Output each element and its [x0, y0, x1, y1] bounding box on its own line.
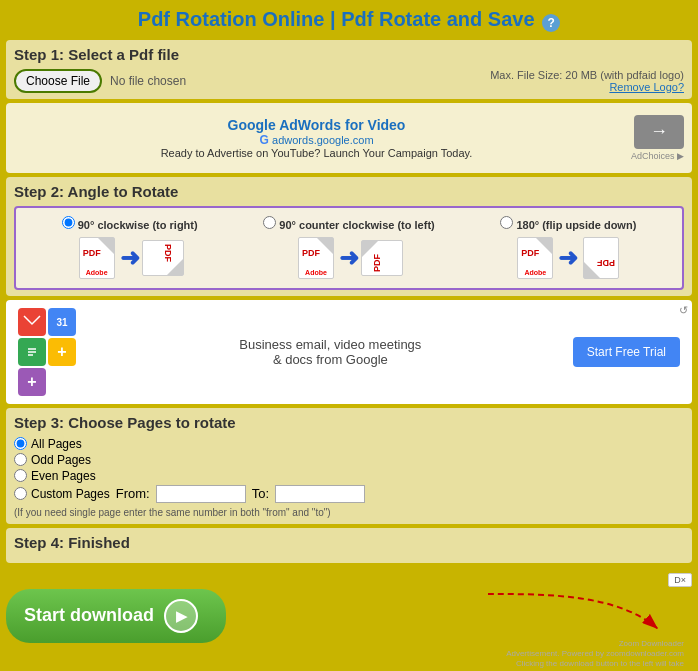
rotation-arrow-90ccw: ➜	[339, 244, 359, 272]
ad-subtitle: adwords.google.com	[272, 134, 374, 146]
step2-section: Step 2: Angle to Rotate 90° clockwise (t…	[6, 177, 692, 296]
drive-icon: +	[48, 338, 76, 366]
rotation-text-90cw: 90° clockwise (to right)	[78, 219, 198, 231]
title-bar: Pdf Rotation Online | Pdf Rotate and Sav…	[0, 0, 698, 36]
rotation-radio-90cw[interactable]	[62, 216, 75, 229]
step1-title: Step 1: Select a Pdf file	[14, 46, 684, 63]
pdf-after-90ccw: PDF	[360, 239, 404, 277]
rotation-visual-90cw: PDF Adobe ➜ PDF	[22, 236, 237, 280]
start-download-button[interactable]: Start download ▶	[6, 589, 226, 643]
ad-text: Google AdWords for Video G adwords.googl…	[14, 117, 619, 159]
ad-refresh-icon[interactable]: ↺	[679, 304, 688, 317]
play-icon: ▶	[176, 608, 187, 624]
dashed-arrow-svg	[468, 589, 688, 639]
ad-right: → AdChoices ▶	[631, 115, 684, 161]
all-pages-radio[interactable]	[14, 437, 27, 450]
meet-icon: +	[18, 368, 46, 396]
rotation-label-180[interactable]: 180° (flip upside down)	[500, 219, 636, 231]
page-title: Pdf Rotation Online | Pdf Rotate and Sav…	[138, 8, 535, 30]
pdf-after-90cw: PDF	[141, 239, 185, 277]
all-pages-label[interactable]: All Pages	[14, 437, 684, 451]
dashed-arrow-area: Zoom Downloader Advertisement. Powered b…	[226, 589, 692, 671]
ad-arrow-button[interactable]: →	[634, 115, 684, 149]
ad-choices: AdChoices ▶	[631, 151, 684, 161]
rotation-options: 90° clockwise (to right) PDF Adobe ➜ PDF	[14, 206, 684, 290]
step4-actions: D× Start download ▶ Zoom Downloader	[0, 567, 698, 671]
ad-dx-badge: D×	[668, 573, 692, 587]
pdf-before-90cw: PDF Adobe	[78, 236, 116, 280]
rotation-text-90ccw: 90° counter clockwise (to left)	[279, 219, 434, 231]
ad-arrow-icon: →	[650, 121, 668, 142]
custom-pages-text: Custom Pages	[31, 487, 110, 501]
gws-ad-text: Business email, video meetings & docs fr…	[98, 337, 563, 367]
to-label: To:	[252, 486, 269, 501]
no-file-label: No file chosen	[110, 74, 186, 88]
from-label: From:	[116, 486, 150, 501]
pages-options: All Pages Odd Pages Even Pages Custom Pa…	[14, 437, 684, 518]
file-info: Max. File Size: 20 MB (with pdfaid logo)…	[490, 69, 684, 93]
rotation-label-90ccw[interactable]: 90° counter clockwise (to left)	[263, 219, 434, 231]
pdf-before-180: PDF Adobe	[516, 236, 554, 280]
google-icon: G	[259, 133, 268, 147]
rotation-text-180: 180° (flip upside down)	[516, 219, 636, 231]
even-pages-text: Even Pages	[31, 469, 96, 483]
odd-pages-radio[interactable]	[14, 453, 27, 466]
odd-pages-label[interactable]: Odd Pages	[14, 453, 684, 467]
ad-title-link[interactable]: Google AdWords for Video	[14, 117, 619, 133]
max-file-size: Max. File Size: 20 MB (with pdfaid logo)	[490, 69, 684, 81]
even-pages-label[interactable]: Even Pages	[14, 469, 684, 483]
play-circle: ▶	[164, 599, 198, 633]
to-input[interactable]	[275, 485, 365, 503]
step1-section: Step 1: Select a Pdf file Choose File No…	[6, 40, 692, 99]
rotation-visual-180: PDF Adobe ➜ PDF	[461, 236, 676, 280]
rotation-arrow-90cw: ➜	[120, 244, 140, 272]
download-generate-row: Start download ▶ Zoom Downloader Adverti…	[6, 589, 692, 671]
zoom-downloader-text: Zoom Downloader Advertisement. Powered b…	[506, 639, 688, 671]
choose-file-button[interactable]: Choose File	[14, 69, 102, 93]
gws-text-line1: Business email, video meetings	[98, 337, 563, 352]
rotation-arrow-180: ➜	[558, 244, 578, 272]
step4-title: Step 4: Finished	[14, 534, 684, 551]
all-pages-text: All Pages	[31, 437, 82, 451]
custom-pages-label[interactable]: Custom Pages	[14, 487, 110, 501]
rotation-radio-90ccw[interactable]	[263, 216, 276, 229]
gws-ad: ↺ 31 +	[6, 300, 692, 404]
step3-section: Step 3: Choose Pages to rotate All Pages…	[6, 408, 692, 524]
step4-section: Step 4: Finished	[6, 528, 692, 563]
rotation-label-90cw[interactable]: 90° clockwise (to right)	[62, 219, 198, 231]
rotation-option-90cw: 90° clockwise (to right) PDF Adobe ➜ PDF	[20, 214, 239, 282]
gws-icons: 31 + +	[18, 308, 88, 396]
from-input[interactable]	[156, 485, 246, 503]
rotation-option-90ccw: 90° counter clockwise (to left) PDF Adob…	[239, 214, 458, 282]
start-download-label: Start download	[24, 605, 154, 626]
gws-text-line2: & docs from Google	[98, 352, 563, 367]
ad-banner: Google AdWords for Video G adwords.googl…	[6, 103, 692, 173]
odd-pages-text: Odd Pages	[31, 453, 91, 467]
svg-text:31: 31	[56, 317, 68, 328]
help-icon[interactable]: ?	[542, 14, 560, 32]
calendar-icon: 31	[48, 308, 76, 336]
custom-pages-radio[interactable]	[14, 487, 27, 500]
rotation-option-180: 180° (flip upside down) PDF Adobe ➜ PDF	[459, 214, 678, 282]
remove-logo-link[interactable]: Remove Logo?	[609, 81, 684, 93]
even-pages-radio[interactable]	[14, 469, 27, 482]
gws-trial-button[interactable]: Start Free Trial	[573, 337, 680, 367]
pdf-after-180: PDF	[582, 236, 620, 280]
docs-icon	[18, 338, 46, 366]
ad-description: Ready to Advertise on YouTube? Launch Yo…	[14, 147, 619, 159]
rotation-radio-180[interactable]	[500, 216, 513, 229]
custom-pages-row: Custom Pages From: To:	[14, 485, 684, 503]
pdf-before-90ccw: PDF Adobe	[297, 236, 335, 280]
ad-badge-row: D×	[6, 573, 692, 587]
rotation-visual-90ccw: PDF Adobe ➜ PDF	[241, 236, 456, 280]
custom-hint: (If you need single page enter the same …	[14, 507, 684, 518]
gmail-icon	[18, 308, 46, 336]
step2-title: Step 2: Angle to Rotate	[14, 183, 684, 200]
step3-title: Step 3: Choose Pages to rotate	[14, 414, 684, 431]
